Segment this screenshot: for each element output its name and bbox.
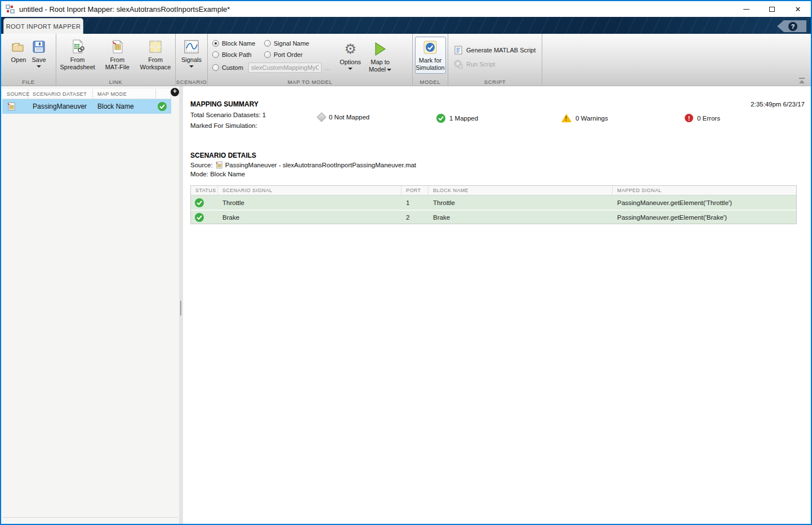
- scenario-details-title: SCENARIO DETAILS: [190, 152, 256, 159]
- maximize-icon: [769, 7, 775, 12]
- row-block-cell: Throttle: [429, 195, 613, 210]
- row-signal-cell: Throttle: [218, 195, 401, 210]
- signals-icon: [184, 39, 199, 55]
- tab-root-inport-mapper[interactable]: ROOT INPORT MAPPER: [3, 18, 83, 34]
- ribbon-section-map-to-model: Block Name Signal Name Block Path Port O…: [207, 34, 412, 86]
- close-button[interactable]: ✕: [785, 1, 811, 17]
- workspace-grid-icon: [149, 39, 162, 55]
- help-button[interactable]: ?: [777, 20, 806, 32]
- open-label: Open: [11, 56, 26, 64]
- signals-button[interactable]: Signals: [179, 37, 204, 68]
- column-header-map-mode[interactable]: MAP MODE: [93, 89, 156, 99]
- browse-ellipsis-button[interactable]: ...: [325, 64, 330, 71]
- scenario-status-cell: [156, 99, 171, 114]
- splitter-handle: [180, 301, 181, 315]
- total-datasets-text: Total Scenario Datasets: 1: [190, 112, 266, 118]
- options-button[interactable]: ⚙ Options: [337, 39, 364, 70]
- signals-label: Signals: [181, 56, 202, 64]
- warnings-count: 0 Warnings: [575, 115, 608, 122]
- column-header-status: [156, 89, 171, 99]
- column-header-port[interactable]: PORT: [401, 186, 429, 195]
- scenario-table: SOURCE SCENARIO DATASET MAP MODE: [2, 89, 171, 114]
- ribbon-section-file: Open Save FILE: [1, 34, 56, 86]
- generate-matlab-script-button[interactable]: Generate MATLAB Script: [454, 46, 536, 55]
- column-header-scenario-signal[interactable]: SCENARIO SIGNAL: [218, 186, 401, 195]
- app-icon: [6, 5, 15, 14]
- radio-block-name-label: Block Name: [222, 40, 255, 47]
- radio-port-order[interactable]: Port Order: [264, 51, 302, 58]
- from-spreadsheet-button[interactable]: From Spreadsheet: [56, 37, 99, 71]
- radio-block-path[interactable]: Block Path: [212, 51, 264, 58]
- column-header-block-name[interactable]: BLOCK NAME: [429, 186, 613, 195]
- save-label: Save: [32, 56, 46, 64]
- panel-splitter[interactable]: [179, 86, 183, 524]
- mapped-check-icon: [436, 114, 445, 123]
- row-signal-cell: Brake: [218, 211, 401, 224]
- signal-row-throttle[interactable]: Throttle 1 Throttle PassingManeuver.getE…: [191, 195, 796, 210]
- mark-for-simulation-icon: [423, 39, 437, 55]
- ribbon-section-script: Generate MATLAB Script Run Script SCRIPT: [448, 34, 542, 86]
- map-to-model-dropdown-caret: [387, 69, 391, 71]
- from-spreadsheet-label: From Spreadsheet: [59, 56, 96, 71]
- radio-signal-name[interactable]: Signal Name: [264, 40, 309, 47]
- scenario-row-passingmaneuver[interactable]: PassingManeuver Block Name: [2, 99, 171, 114]
- radio-block-name[interactable]: Block Name: [212, 40, 264, 47]
- run-script-button[interactable]: Run Script: [454, 60, 536, 69]
- radio-icon: [212, 64, 219, 71]
- window-title: untitled - Root Inport Mapper: slexAutot…: [19, 5, 230, 14]
- mapping-summary-title: MAPPING SUMMARY: [190, 100, 258, 108]
- mark-for-simulation-toggle[interactable]: Mark for Simulation: [415, 37, 446, 74]
- scenario-map-mode-cell: Block Name: [93, 99, 156, 114]
- row-mapped-cell: PassingManeuver.getElement('Throttle'): [613, 195, 796, 210]
- collapse-ribbon-button[interactable]: [798, 78, 806, 83]
- script-file-icon: [454, 46, 463, 55]
- not-mapped-count: 0 Not Mapped: [329, 114, 369, 121]
- section-label-map-to-model: MAP TO MODEL: [208, 79, 412, 85]
- ribbon-section-link: From Spreadsheet From MAT-File: [56, 34, 175, 86]
- row-port-cell: 1: [401, 195, 429, 210]
- column-header-status[interactable]: STATUS: [191, 186, 218, 195]
- column-header-source[interactable]: SOURCE: [2, 89, 28, 99]
- not-mapped-diamond-icon: [317, 113, 327, 122]
- from-mat-file-label: From MAT-File: [102, 56, 132, 71]
- open-button[interactable]: Open: [8, 37, 29, 68]
- section-label-script: SCRIPT: [448, 79, 542, 85]
- add-scenario-button[interactable]: +: [171, 88, 179, 96]
- section-label-scenario: SCENARIO: [176, 79, 207, 85]
- row-mapped-cell: PassingManeuver.getElement('Brake'): [613, 211, 796, 224]
- close-icon: ✕: [795, 6, 801, 13]
- from-workspace-button[interactable]: From Workspace: [136, 37, 175, 71]
- save-button[interactable]: Save: [29, 37, 48, 68]
- ribbon-section-scenario: Signals SCENARIO: [175, 34, 207, 86]
- custom-mapping-input[interactable]: [248, 63, 322, 73]
- from-mat-file-button[interactable]: From MAT-File: [100, 37, 135, 71]
- app-window: untitled - Root Inport Mapper: slexAutot…: [0, 0, 812, 525]
- map-to-model-button[interactable]: Map to Model: [366, 39, 394, 73]
- maximize-button[interactable]: [759, 1, 785, 17]
- signal-row-brake[interactable]: Brake 2 Brake PassingManeuver.getElement…: [191, 210, 796, 224]
- radio-custom[interactable]: Custom: [212, 64, 248, 71]
- signal-mapping-table: STATUS SCENARIO SIGNAL PORT BLOCK NAME M…: [190, 185, 797, 224]
- row-status-cell: [191, 211, 218, 224]
- collapse-ribbon-icon: [799, 78, 805, 79]
- scenario-dataset-cell: PassingManeuver: [28, 99, 93, 114]
- mat-file-small-icon: [7, 102, 16, 111]
- options-label: Options: [340, 59, 361, 66]
- options-dropdown-caret: [348, 68, 353, 70]
- generate-matlab-script-label: Generate MATLAB Script: [466, 47, 536, 54]
- help-icon: ?: [788, 22, 797, 31]
- mark-label-line1: Mark for: [419, 57, 441, 64]
- scenario-table-header: SOURCE SCENARIO DATASET MAP MODE: [2, 89, 171, 99]
- column-header-scenario-dataset[interactable]: SCENARIO DATASET: [28, 89, 93, 99]
- signals-dropdown-caret: [189, 65, 194, 68]
- radio-selected-icon: [212, 40, 219, 47]
- row-port-cell: 2: [401, 211, 429, 224]
- mat-file-icon: [110, 39, 124, 55]
- error-circle-icon: !: [685, 114, 693, 122]
- minimize-button[interactable]: [733, 1, 759, 17]
- radio-custom-label: Custom: [222, 64, 243, 71]
- column-header-mapped-signal[interactable]: MAPPED SIGNAL: [613, 186, 796, 195]
- summary-mapped: 1 Mapped: [436, 114, 478, 123]
- scenario-details-mode: Mode: Block Name: [190, 171, 245, 177]
- scenario-list-panel: SOURCE SCENARIO DATASET MAP MODE: [1, 86, 179, 524]
